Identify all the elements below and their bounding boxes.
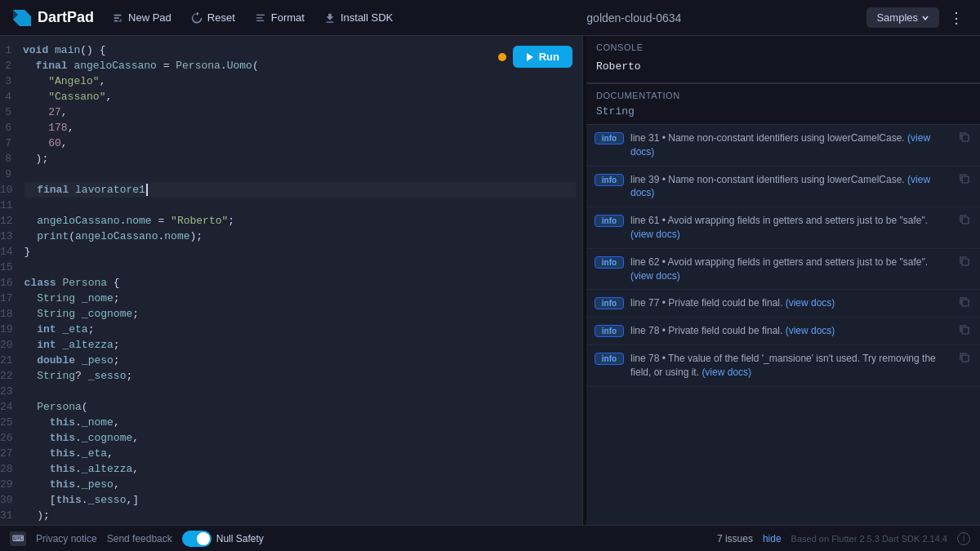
svg-rect-7 (962, 176, 969, 183)
keyboard-icon: ⌨ (10, 531, 26, 546)
code-line: 25 this._nome, (0, 415, 582, 430)
format-button[interactable]: Format (247, 7, 313, 28)
code-line: 31 ); (0, 508, 582, 523)
issue-badge: info (595, 215, 624, 227)
issue-copy-button[interactable] (957, 324, 972, 338)
issue-text: line 77 • Private field could be final. … (630, 296, 951, 310)
issue-view-docs-link[interactable]: (view docs) (786, 297, 835, 309)
feedback-link[interactable]: Send feedback (107, 533, 172, 544)
code-line: 3 "Angelo", (0, 73, 582, 89)
code-line: 21 double _peso; (0, 353, 582, 368)
install-sdk-button[interactable]: Install SDK (316, 7, 401, 28)
code-line: 13 print(angeloCassano.nome); (0, 229, 582, 244)
code-line: 19 int _eta; (0, 322, 582, 337)
code-line: 18 String _cognome; (0, 306, 582, 322)
null-safety-toggle[interactable]: Null Safety (182, 531, 264, 547)
svg-rect-12 (962, 355, 969, 362)
code-line: 28 this._altezza, (0, 461, 582, 477)
code-line: 24 Persona( (0, 399, 582, 415)
right-panel: Console Roberto Documentation String inf… (586, 36, 980, 525)
project-title: golden-cloud-0634 (404, 11, 863, 24)
logo: DartPad (10, 7, 94, 29)
hide-issues-button[interactable]: hide (763, 533, 782, 544)
samples-button[interactable]: Samples (866, 7, 939, 28)
code-line: 9 (0, 167, 582, 182)
issue-item: infoline 39 • Name non-constant identifi… (586, 167, 980, 208)
code-line: 27 this._eta, (0, 446, 582, 461)
toggle-switch-track[interactable] (182, 531, 212, 547)
issue-badge: info (595, 325, 624, 337)
console-output: Roberto (596, 57, 970, 76)
code-line: 20 int _altezza; (0, 337, 582, 353)
code-line: 2 final angeloCassano = Persona.Uomo( (0, 58, 582, 73)
issue-text: line 62 • Avoid wrapping fields in gette… (630, 256, 951, 283)
code-line: 11 (0, 198, 582, 213)
code-editor[interactable]: 1 void main() { 2 final angeloCassano = … (0, 36, 582, 525)
app-header: DartPad New Pad Reset Format Install SDK… (0, 0, 980, 36)
format-icon (255, 12, 266, 24)
code-line: 22 String? _sesso; (0, 368, 582, 384)
editor-panel: Run 1 void main() { 2 final angeloCassan… (0, 36, 583, 525)
run-button[interactable]: Run (513, 46, 572, 68)
svg-rect-11 (962, 327, 969, 334)
code-line: 15 (0, 260, 582, 275)
new-pad-button[interactable]: New Pad (104, 7, 180, 28)
issue-text: line 31 • Name non-constant identifiers … (630, 131, 951, 159)
issues-count: 7 issues (717, 533, 753, 544)
code-line: 32 (0, 523, 582, 525)
install-icon (324, 12, 336, 24)
issue-view-docs-link[interactable]: (view docs) (630, 132, 930, 158)
info-icon[interactable]: i (957, 532, 970, 545)
issue-badge: info (595, 256, 624, 269)
privacy-link[interactable]: Privacy notice (36, 533, 97, 544)
svg-rect-8 (962, 217, 969, 224)
issue-badge: info (595, 297, 624, 309)
svg-rect-9 (962, 259, 969, 265)
svg-rect-3 (256, 14, 265, 15)
code-line: 30 [this._sesso,] (0, 492, 582, 508)
issue-badge: info (595, 174, 624, 186)
svg-rect-6 (962, 135, 969, 141)
issue-text: line 78 • Private field could be final. … (630, 324, 951, 338)
issue-view-docs-link[interactable]: (view docs) (702, 367, 751, 378)
code-line: 16 class Persona { (0, 275, 582, 291)
issue-copy-button[interactable] (957, 173, 972, 187)
dart-logo-icon (10, 7, 33, 29)
doc-content: String (596, 105, 970, 118)
play-icon (526, 52, 534, 62)
issue-copy-button[interactable] (957, 296, 972, 310)
issue-badge: info (595, 353, 624, 365)
issue-copy-button[interactable] (957, 214, 972, 228)
issue-view-docs-link[interactable]: (view docs) (786, 325, 835, 336)
issue-copy-button[interactable] (957, 352, 972, 366)
code-line: 26 this._cognome, (0, 430, 582, 446)
code-line: 23 (0, 384, 582, 399)
svg-rect-10 (962, 300, 969, 306)
issue-view-docs-link[interactable]: (view docs) (630, 270, 680, 282)
more-menu-button[interactable]: ⋮ (942, 5, 970, 31)
svg-rect-4 (256, 17, 263, 18)
app-footer: ⌨ Privacy notice Send feedback Null Safe… (0, 525, 980, 551)
code-line: 7 60, (0, 136, 582, 151)
issue-copy-button[interactable] (957, 131, 972, 145)
documentation-section: Documentation String (586, 83, 980, 125)
code-line: 4 "Cassano", (0, 89, 582, 104)
run-bar: Run (498, 46, 572, 68)
reset-button[interactable]: Reset (183, 7, 243, 28)
issue-item: infoline 62 • Avoid wrapping fields in g… (586, 249, 980, 291)
issue-text: line 39 • Name non-constant identifiers … (630, 173, 951, 201)
svg-rect-5 (256, 20, 265, 20)
issue-item: infoline 78 • Private field could be fin… (586, 318, 980, 345)
issue-view-docs-link[interactable]: (view docs) (630, 174, 930, 199)
doc-label: Documentation (596, 91, 970, 100)
issue-item: infoline 77 • Private field could be fin… (586, 290, 980, 318)
issue-text: line 61 • Avoid wrapping fields in gette… (630, 214, 951, 242)
console-section: Console Roberto (586, 36, 980, 83)
issue-copy-button[interactable] (957, 256, 972, 269)
code-line: 5 27, (0, 104, 582, 120)
new-pad-icon (112, 12, 123, 24)
unsaved-indicator (498, 53, 506, 61)
issue-view-docs-link[interactable]: (view docs) (630, 229, 680, 240)
code-line: 12 angeloCassano.nome = "Roberto"; (0, 213, 582, 229)
main-area: Run 1 void main() { 2 final angeloCassan… (0, 36, 980, 525)
